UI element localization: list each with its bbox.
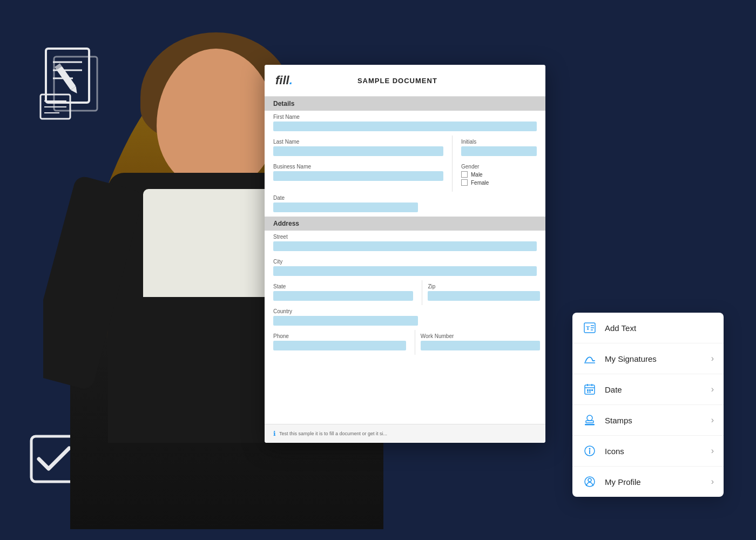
document-footer: ℹ Test this sample it is to fill a docum… [265,424,545,443]
phone-field: Phone [265,330,415,355]
svg-rect-25 [589,389,591,391]
date-chevron: › [711,384,714,394]
date-label: Date [605,385,704,394]
stamps-label: Stamps [605,416,704,425]
text-icon: T [582,320,597,335]
fill-logo: fill. [275,73,293,87]
menu-item-my-profile[interactable]: My Profile › [572,467,724,497]
state-row: State Zip [265,280,545,305]
icons-icon [582,443,597,458]
document-card: fill. SAMPLE DOCUMENT Details First Name… [265,65,545,443]
add-text-label: Add Text [605,323,714,333]
signature-icon [582,351,597,366]
menu-item-stamps[interactable]: Stamps › [572,405,724,436]
last-name-row: Last Name Initials [265,136,545,160]
context-menu: T Add Text My Signatures › [572,313,724,497]
menu-item-add-text[interactable]: T Add Text [572,313,724,343]
icons-label: Icons [605,447,704,456]
date-field: Date [265,192,545,217]
female-checkbox[interactable] [461,179,468,186]
male-option[interactable]: Male [461,171,537,178]
calendar-icon [582,382,597,397]
details-section-header: Details [265,97,545,111]
address-section-header: Address [265,217,545,231]
city-field: City [265,255,545,280]
zip-field: Zip [422,280,545,305]
svg-point-36 [588,478,591,482]
menu-item-date[interactable]: Date › [572,374,724,405]
signatures-chevron: › [711,354,714,363]
svg-rect-30 [586,421,593,423]
male-checkbox[interactable] [461,171,468,178]
svg-text:T: T [586,325,590,331]
country-field: Country [265,305,545,330]
initials-field: Initials [452,136,545,160]
menu-item-icons[interactable]: Icons › [572,436,724,467]
business-name-field: Business Name [265,160,452,192]
profile-icon [582,474,597,489]
my-profile-label: My Profile [605,477,704,487]
street-field: Street [265,231,545,255]
icons-chevron: › [711,446,714,456]
svg-point-29 [587,415,592,421]
svg-rect-27 [587,392,589,393]
svg-point-33 [589,448,591,450]
stamps-chevron: › [711,415,714,425]
state-field: State [265,280,422,305]
profile-chevron: › [711,477,714,487]
svg-rect-26 [591,389,593,391]
first-name-field: First Name [265,111,545,136]
svg-rect-24 [587,389,589,391]
menu-item-my-signatures[interactable]: My Signatures › [572,343,724,374]
document-header: fill. SAMPLE DOCUMENT [265,65,545,97]
svg-rect-31 [585,424,595,426]
document-title: SAMPLE DOCUMENT [357,77,437,85]
stamp-icon [582,413,597,428]
my-signatures-label: My Signatures [605,354,704,363]
work-number-field: Work Number [415,330,545,355]
svg-rect-28 [589,392,591,393]
gender-field: Gender Male Female [452,160,545,192]
phone-row: Phone Work Number [265,330,545,355]
last-name-field: Last Name [265,136,452,160]
female-option[interactable]: Female [461,179,537,186]
business-gender-row: Business Name Gender Male Female [265,160,545,192]
